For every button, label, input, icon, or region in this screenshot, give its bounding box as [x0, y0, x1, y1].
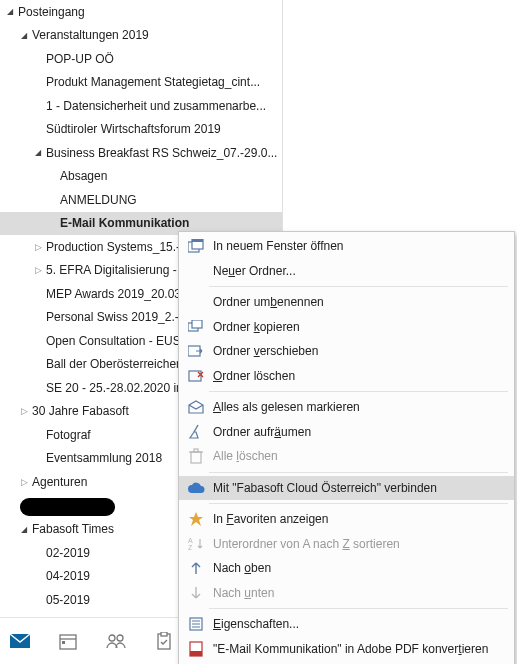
folder-label: 30 Jahre Fabasoft: [30, 404, 129, 418]
menu-item-label: Alles als gelesen markieren: [207, 400, 360, 414]
folder-label: Business Breakfast RS Schweiz_07.-29.0..…: [44, 146, 277, 160]
menu-separator: [209, 391, 508, 392]
folder-item[interactable]: ▷ANMELDUNG: [0, 188, 282, 212]
folder-move-icon: [185, 342, 207, 360]
chevron-down-icon[interactable]: ◢: [4, 7, 16, 16]
menu-item-label: Ordner löschen: [207, 369, 295, 383]
menu-separator: [209, 472, 508, 473]
menu-item[interactable]: Ordner umbenennen: [179, 290, 514, 315]
chevron-right-icon[interactable]: ▷: [32, 242, 44, 252]
folder-label: E-Mail Kommunikation: [58, 216, 189, 230]
menu-item[interactable]: Ordner löschen: [179, 364, 514, 389]
menu-item[interactable]: Alles als gelesen markieren: [179, 395, 514, 420]
folder-item[interactable]: ▷1 - Datensicherheit und zusammenarbe...: [0, 94, 282, 118]
folder-label: Eventsammlung 2018: [44, 451, 162, 465]
folder-label: Production Systems_15.-1...: [44, 240, 197, 254]
svg-rect-18: [194, 449, 198, 452]
svg-point-4: [109, 635, 115, 641]
folder-item[interactable]: ◢Business Breakfast RS Schweiz_07.-29.0.…: [0, 141, 282, 165]
menu-item: Alle löschen: [179, 444, 514, 469]
menu-item-label: In Favoriten anzeigen: [207, 512, 328, 526]
folder-label: Open Consultation - EUSu...: [44, 334, 197, 348]
menu-item[interactable]: Eigenschaften...: [179, 612, 514, 637]
menu-item: AZUnterordner von A nach Z sortieren: [179, 532, 514, 557]
svg-line-15: [194, 425, 198, 432]
menu-item-label: Ordner umbenennen: [207, 295, 324, 309]
star-icon: [185, 510, 207, 528]
menu-item-label: Nach oben: [207, 561, 271, 575]
folder-delete-icon: [185, 367, 207, 385]
mail-icon[interactable]: [8, 629, 32, 653]
folder-item[interactable]: ▷POP-UP OÖ: [0, 47, 282, 71]
folder-item[interactable]: ▷Absagen: [0, 165, 282, 189]
folder-label: Veranstaltungen 2019: [30, 28, 149, 42]
menu-item-label: Alle löschen: [207, 449, 278, 463]
svg-rect-12: [192, 320, 202, 328]
blank-icon: [185, 293, 207, 311]
menu-item-label: Ordner aufräumen: [207, 425, 311, 439]
folder-item[interactable]: ◢Posteingang: [0, 0, 282, 24]
folder-label: ANMELDUNG: [58, 193, 137, 207]
chevron-right-icon[interactable]: ▷: [18, 477, 30, 487]
arrow-down-icon: [185, 584, 207, 602]
menu-item[interactable]: Ordner aufräumen: [179, 420, 514, 445]
folder-label: POP-UP OÖ: [44, 52, 114, 66]
svg-text:Z: Z: [188, 544, 193, 551]
menu-item-label: Unterordner von A nach Z sortieren: [207, 537, 400, 551]
folder-label: 5. EFRA Digitalisierung - B...: [44, 263, 198, 277]
menu-separator: [209, 503, 508, 504]
new-window-icon: [185, 237, 207, 255]
chevron-down-icon[interactable]: ◢: [32, 148, 44, 157]
arrow-up-icon: [185, 559, 207, 577]
folder-label: 02-2019: [44, 546, 90, 560]
context-menu: In neuem Fenster öffnenNeuer Ordner...Or…: [178, 231, 515, 664]
people-icon[interactable]: [104, 629, 128, 653]
folder-item[interactable]: ◢Veranstaltungen 2019: [0, 24, 282, 48]
folder-label: 05-2019: [44, 593, 90, 607]
svg-rect-26: [190, 651, 202, 656]
menu-item[interactable]: Neuer Ordner...: [179, 259, 514, 284]
menu-item-label: "E-Mail Kommunikation" in Adobe PDF konv…: [207, 642, 488, 656]
menu-item-label: Mit "Fabasoft Cloud Österreich" verbinde…: [207, 481, 437, 495]
svg-rect-7: [161, 632, 167, 636]
menu-item[interactable]: Nach oben: [179, 556, 514, 581]
svg-rect-16: [191, 452, 201, 463]
broom-icon: [185, 423, 207, 441]
chevron-right-icon[interactable]: ▷: [32, 265, 44, 275]
pdf-icon: [185, 640, 207, 658]
folder-label: Absagen: [58, 169, 107, 183]
svg-rect-3: [62, 641, 65, 644]
menu-item: Nach unten: [179, 581, 514, 606]
folder-copy-icon: [185, 318, 207, 336]
menu-item-label: Eigenschaften...: [207, 617, 299, 631]
sort-az-icon: AZ: [185, 535, 207, 553]
calendar-icon[interactable]: [56, 629, 80, 653]
svg-rect-10: [192, 239, 203, 242]
menu-item[interactable]: Ordner kopieren: [179, 315, 514, 340]
folder-label: Posteingang: [16, 5, 85, 19]
menu-item-label: Nach unten: [207, 586, 274, 600]
folder-label: 04-2019: [44, 569, 90, 583]
chevron-right-icon[interactable]: ▷: [18, 406, 30, 416]
menu-separator: [209, 608, 508, 609]
envelope-open-icon: [185, 398, 207, 416]
folder-item[interactable]: ▷Produkt Management Stategietag_cint...: [0, 71, 282, 95]
folder-label: Agenturen: [30, 475, 87, 489]
menu-item-label: Neuer Ordner...: [207, 264, 296, 278]
folder-label: Fabasoft Times: [30, 522, 114, 536]
tasks-icon[interactable]: [152, 629, 176, 653]
menu-item-label: Ordner verschieben: [207, 344, 318, 358]
folder-label: Produkt Management Stategietag_cint...: [44, 75, 260, 89]
menu-item[interactable]: "E-Mail Kommunikation" in Adobe PDF konv…: [179, 637, 514, 662]
menu-item[interactable]: In Favoriten anzeigen: [179, 507, 514, 532]
menu-item[interactable]: Ordner verschieben: [179, 339, 514, 364]
chevron-down-icon[interactable]: ◢: [18, 31, 30, 40]
chevron-down-icon[interactable]: ◢: [18, 525, 30, 534]
menu-item[interactable]: In neuem Fenster öffnen: [179, 234, 514, 259]
svg-text:A: A: [188, 537, 193, 544]
folder-label: Ball der Oberösterreicher 2...: [44, 357, 200, 371]
folder-item[interactable]: ▷Südtiroler Wirtschaftsforum 2019: [0, 118, 282, 142]
menu-item-label: Ordner kopieren: [207, 320, 300, 334]
menu-item[interactable]: Mit "Fabasoft Cloud Österreich" verbinde…: [179, 476, 514, 501]
menu-separator: [209, 286, 508, 287]
